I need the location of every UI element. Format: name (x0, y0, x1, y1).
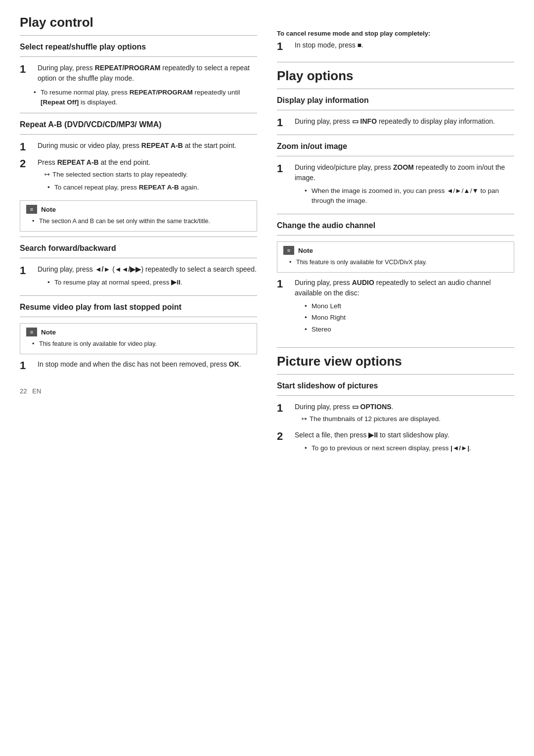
step-number-2: 2 (20, 157, 34, 170)
resume-step1: 1 In stop mode and when the disc has not… (20, 359, 257, 372)
divider-r2 (277, 89, 514, 89)
repeat-shuffle-heading: Select repeat/shuffle play options (20, 43, 257, 51)
audio-step-content: During play, press AUDIO repeatedly to s… (295, 278, 514, 337)
play-control-title: Play control (20, 15, 257, 30)
step-text: During play, press REPEAT/PROGRAM repeat… (38, 63, 257, 84)
divider-1 (20, 35, 257, 36)
repeat-ab-cancel-bullet: To cancel repeat play, press REPEAT A-B … (47, 183, 199, 192)
stereo: Stereo (305, 325, 514, 334)
note-box-audio: ≡ Note This feature is only available fo… (277, 241, 514, 273)
display-info-step-text: During play, press ▭ INFO repeatedly to … (295, 116, 495, 127)
note-label: Note (41, 206, 56, 213)
page-footer: 22 EN (20, 387, 257, 395)
audio-step1: 1 During play, press AUDIO repeatedly to… (277, 278, 514, 337)
divider-r4 (277, 135, 514, 135)
bullet-resume-normal: To resume normal play, press REPEAT/PROG… (34, 88, 257, 108)
resume-video-heading: Resume video play from last stopped poin… (20, 303, 257, 312)
divider-r8 (277, 347, 514, 348)
slideshow-step1: 1 During play, press ▭ OPTIONS. The thum… (277, 402, 514, 426)
display-info-step1: 1 During play, press ▭ INFO repeatedly t… (277, 116, 514, 129)
left-column: Play control Select repeat/shuffle play … (20, 15, 257, 460)
search-step-text: During play, press ◄/► (◄◄/▶▶) repeatedl… (38, 265, 257, 273)
note-header-resume: ≡ Note (26, 328, 251, 336)
slideshow-prev-next: To go to previous or next screen display… (305, 443, 471, 453)
note-header-audio: ≡ Note (283, 246, 508, 255)
slideshow-nav-bullet: To go to previous or next screen display… (305, 443, 471, 453)
repeat-ab-arrow-list: The selected section starts to play repe… (44, 170, 199, 180)
step1-text: During music or video play, press REPEAT… (38, 141, 236, 151)
zoom-bullets: When the image is zoomed in, you can pre… (305, 186, 514, 206)
note-icon: ≡ (26, 205, 37, 214)
divider-r3 (277, 110, 514, 110)
slideshow-step-num-2: 2 (277, 430, 291, 443)
note-box-repeat-ab: ≡ Note The section A and B can be set on… (20, 200, 257, 232)
slideshow-heading: Start slideshow of pictures (277, 381, 514, 390)
repeat-ab-heading: Repeat A-B (DVD/VCD/CD/MP3/ WMA) (20, 120, 257, 129)
cancel-step-text: In stop mode, press ■. (295, 40, 363, 50)
divider-2 (20, 56, 257, 57)
zoom-step-num: 1 (277, 162, 291, 175)
arrow-selected-section: The selected section starts to play repe… (44, 170, 199, 180)
picture-view-title: Picture view options (277, 354, 514, 369)
search-step-num: 1 (20, 264, 34, 277)
note-label-resume: Note (41, 329, 56, 336)
slideshow-arrow: The thumbnails of 12 pictures are displa… (302, 414, 441, 424)
step-number-1: 1 (20, 141, 34, 153)
note-label-audio: Note (298, 247, 313, 254)
slideshow-step2-text: Select a file, then press ▶II to start s… (295, 431, 449, 439)
note-text-audio: This feature is only available for VCD/D… (289, 258, 508, 267)
cancel-step-num: 1 (277, 40, 291, 53)
slideshow-step-num-1: 1 (277, 402, 291, 415)
search-step1: 1 During play, press ◄/► (◄◄/▶▶) repeate… (20, 264, 257, 290)
note-text-resume: This feature is only available for video… (32, 339, 251, 349)
divider-r1 (277, 62, 514, 62)
resume-step-num: 1 (20, 359, 34, 372)
zoom-heading: Zoom in/out image (277, 142, 514, 151)
slideshow-thumbnails: The thumbnails of 12 pictures are displa… (302, 414, 441, 424)
zoom-step-content: During video/picture play, press ZOOM re… (295, 162, 514, 209)
search-resume-bullet: To resume play at normal speed, press ▶I… (47, 278, 257, 287)
right-column: To cancel resume mode and stop play comp… (277, 15, 514, 460)
note-body-resume: This feature is only available for video… (26, 339, 251, 349)
page-wrapper: Play control Select repeat/shuffle play … (20, 15, 514, 460)
cancel-repeat-bullet: To cancel repeat play, press REPEAT A-B … (47, 183, 199, 192)
mono-right: Mono Right (305, 313, 514, 323)
divider-8 (20, 317, 257, 317)
divider-r7 (277, 235, 514, 236)
note-box-resume: ≡ Note This feature is only available fo… (20, 323, 257, 354)
slideshow-step1-content: During play, press ▭ OPTIONS. The thumbn… (295, 402, 441, 426)
audio-step-text: During play, press AUDIO repeatedly to s… (295, 279, 491, 297)
zoom-pan-bullet: When the image is zoomed in, you can pre… (305, 186, 514, 206)
step-number: 1 (20, 63, 34, 76)
display-info-step-num: 1 (277, 116, 291, 129)
cancel-resume-heading: To cancel resume mode and stop play comp… (277, 30, 514, 37)
divider-r9 (277, 374, 514, 375)
repeat-ab-step1: 1 During music or video play, press REPE… (20, 141, 257, 153)
repeat-shuffle-bullets: To resume normal play, press REPEAT/PROG… (34, 88, 257, 108)
divider-r6 (277, 214, 514, 214)
repeat-shuffle-step1: 1 During play, press REPEAT/PROGRAM repe… (20, 63, 257, 84)
display-info-heading: Display play information (277, 96, 514, 105)
note-header: ≡ Note (26, 205, 251, 214)
audio-channel-heading: Change the audio channel (277, 221, 514, 230)
page-lang: EN (32, 387, 41, 395)
audio-channel-list: Mono Left Mono Right Stereo (305, 301, 514, 334)
zoom-step-text: During video/picture play, press ZOOM re… (295, 163, 505, 182)
divider-3 (20, 113, 257, 113)
search-step-content: During play, press ◄/► (◄◄/▶▶) repeatedl… (38, 264, 257, 290)
cancel-resume-step1: 1 In stop mode, press ■. (277, 40, 514, 53)
page-number: 22 (20, 387, 27, 395)
audio-step-num: 1 (277, 278, 291, 290)
divider-r10 (277, 395, 514, 396)
divider-4 (20, 134, 257, 135)
zoom-step1: 1 During video/picture play, press ZOOM … (277, 162, 514, 209)
search-heading: Search forward/backward (20, 244, 257, 253)
note-body-audio: This feature is only available for VCD/D… (283, 258, 508, 267)
step2-content: Press REPEAT A-B at the end point. The s… (38, 157, 199, 196)
note-icon-resume: ≡ (26, 328, 37, 336)
divider-7 (20, 295, 257, 296)
divider-5 (20, 236, 257, 237)
divider-r5 (277, 156, 514, 156)
note-icon-audio: ≡ (283, 246, 294, 255)
slideshow-step2: 2 Select a file, then press ▶II to start… (277, 430, 514, 456)
